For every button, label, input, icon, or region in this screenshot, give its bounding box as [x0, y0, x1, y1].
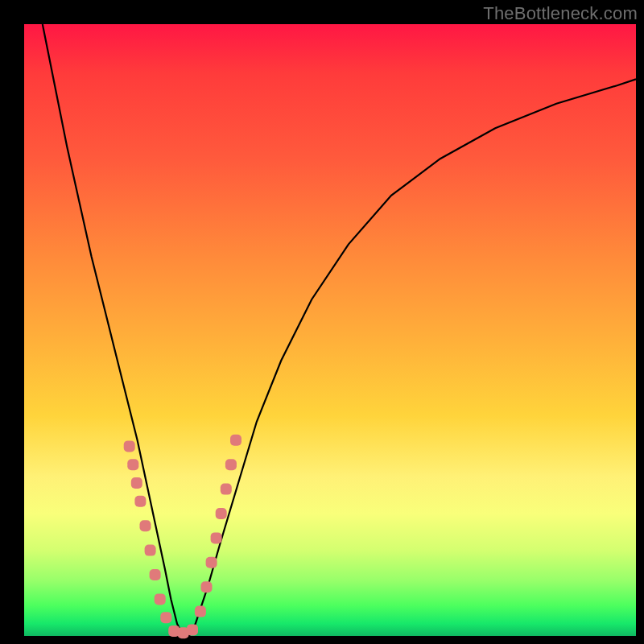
data-point: [127, 459, 138, 470]
data-point: [131, 477, 142, 489]
data-point: [150, 569, 161, 580]
data-point: [221, 484, 232, 495]
data-point: [211, 532, 222, 543]
data-point: [145, 545, 156, 556]
data-points-group: [124, 435, 242, 638]
data-point: [225, 459, 237, 470]
data-point: [230, 435, 242, 446]
data-point: [140, 520, 151, 531]
data-point: [155, 593, 166, 605]
data-point: [216, 508, 227, 519]
chart-frame: TheBottleneck.com: [0, 0, 644, 644]
data-point: [201, 581, 213, 592]
data-point: [206, 557, 217, 568]
data-point: [124, 440, 135, 452]
data-point: [195, 606, 206, 617]
watermark-text: TheBottleneck.com: [483, 3, 638, 24]
data-point: [187, 624, 198, 635]
data-point: [134, 496, 146, 507]
data-point: [160, 612, 171, 623]
chart-overlay: [24, 24, 636, 636]
bottleneck-curve: [43, 24, 636, 636]
